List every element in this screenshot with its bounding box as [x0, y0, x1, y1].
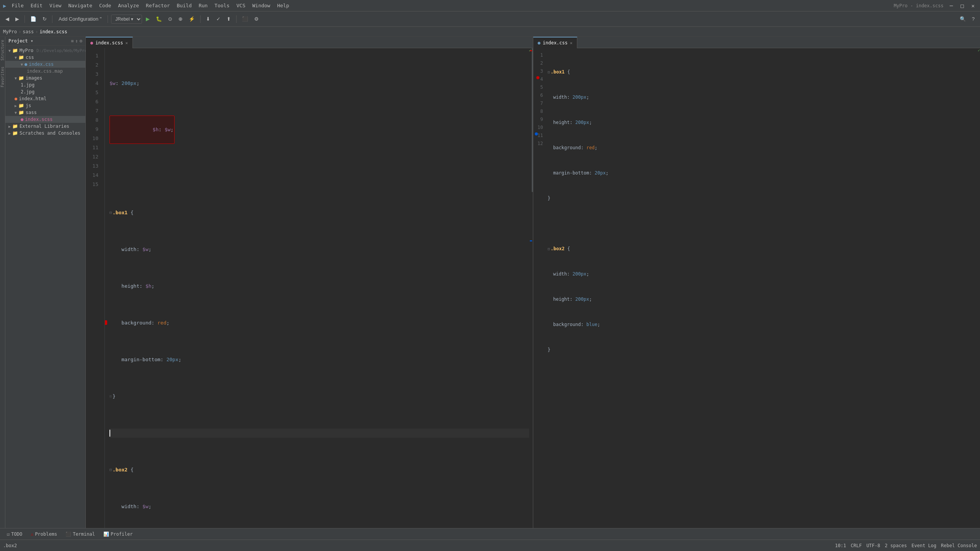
menu-vcs[interactable]: VCS: [234, 2, 248, 9]
vcs-push-btn[interactable]: ⬆: [224, 15, 233, 23]
close-btn[interactable]: ✕: [969, 1, 977, 10]
coverage-btn[interactable]: ⊙: [166, 15, 175, 23]
terminal-tab[interactable]: ⬛ Terminal: [62, 530, 99, 538]
css-tab-icon: ●: [538, 40, 541, 46]
tree-item-sass[interactable]: ▼ 📁 sass: [5, 109, 85, 116]
code-line-12: width: $w;: [109, 502, 529, 511]
tree-item-index-html[interactable]: ● index.html: [5, 95, 85, 102]
gutter-red-7: [105, 320, 107, 325]
tree-item-scratches[interactable]: ▶ 📁 Scratches and Consoles: [5, 130, 85, 137]
var-h: $h: [153, 127, 159, 132]
encoding-label[interactable]: UTF-8: [866, 543, 880, 548]
sidebar-icon-1[interactable]: ≡: [71, 38, 74, 44]
menu-build[interactable]: Build: [174, 2, 195, 9]
right-fold-1[interactable]: ⊟: [548, 68, 550, 76]
menu-edit[interactable]: Edit: [28, 2, 46, 9]
terminal-btn[interactable]: ⬛: [240, 15, 250, 23]
rebel-run-btn[interactable]: ⚡: [186, 15, 197, 23]
menu-view[interactable]: View: [46, 2, 64, 9]
run-btn[interactable]: ▶: [144, 15, 152, 23]
arrow-icon: ▼: [15, 55, 17, 60]
menu-run[interactable]: Run: [196, 2, 211, 9]
todo-label: TODO: [11, 531, 22, 537]
sync-btn[interactable]: ↻: [40, 15, 49, 23]
left-scrollbar[interactable]: ✓: [529, 48, 533, 528]
menu-file[interactable]: File: [8, 2, 26, 9]
vcs-commit-btn[interactable]: ✓: [214, 15, 223, 23]
settings-btn[interactable]: ⚙: [252, 15, 261, 23]
forward-btn[interactable]: ▶: [13, 15, 21, 23]
css-tab-close[interactable]: ✕: [570, 41, 573, 46]
problems-tab[interactable]: ⚠ Problems: [27, 530, 61, 538]
folder-icon: 📁: [12, 130, 18, 136]
crlf-label[interactable]: CRLF: [851, 543, 862, 548]
left-tabs-bar: ● index.scss ✕: [86, 37, 533, 48]
fold-icon-9[interactable]: ⊞: [109, 392, 112, 401]
structure-label[interactable]: Structure: [0, 37, 5, 64]
debug-btn[interactable]: 🐛: [154, 15, 164, 23]
sidebar-icon-2[interactable]: ↕: [75, 38, 78, 44]
tree-item-images[interactable]: ▼ 📁 images: [5, 75, 85, 82]
menu-analyze[interactable]: Analyze: [115, 2, 142, 9]
menu-navigate[interactable]: Navigate: [65, 2, 95, 9]
help-btn[interactable]: ?: [970, 15, 977, 23]
tree-item-index-css[interactable]: ▼ ● index.css: [5, 61, 85, 68]
recent-files-btn[interactable]: 📄: [28, 15, 39, 23]
profiler-tab[interactable]: 📊 Profiler: [100, 530, 137, 538]
fold-icon-11[interactable]: ⊟: [109, 465, 112, 474]
right-code-line-3: height: 200px;: [548, 118, 977, 127]
right-code-line-5: margin-bottom: 20px;: [548, 168, 977, 178]
fold-icon-4[interactable]: ⊟: [109, 208, 112, 217]
tree-item-index-scss[interactable]: ● index.scss: [5, 116, 85, 123]
left-code-content[interactable]: $w: 200px; $h: $w; ⊟ .box1 {: [105, 48, 529, 528]
back-btn[interactable]: ◀: [3, 15, 11, 23]
add-configuration-btn[interactable]: Add Configuration ": [56, 15, 105, 23]
tree-item-mypro[interactable]: ▼ 📁 MyPro D:/Develop/Web/MyPro: [5, 47, 85, 54]
code-line-3: [109, 171, 529, 181]
tree-item-2jpg[interactable]: 2.jpg: [5, 88, 85, 95]
arrow-icon: ▶: [8, 131, 11, 135]
tree-item-ext-libs[interactable]: ▶ 📁 External Libraries: [5, 123, 85, 130]
right-code-content[interactable]: ⊟ .box1 { width: 200px; height: 200px; b…: [545, 48, 977, 528]
code-line-9: ⊞ }: [109, 392, 529, 401]
position-label[interactable]: 10:1: [835, 543, 846, 548]
run-config-select[interactable]: JRebel ▾: [111, 15, 142, 24]
minimize-btn[interactable]: ─: [947, 1, 955, 10]
breadcrumb-project[interactable]: MyPro: [3, 29, 17, 34]
tree-item-css-map[interactable]: index.css.map: [5, 68, 85, 75]
rebel-console-label[interactable]: Rebel Console: [941, 543, 977, 548]
profile-btn[interactable]: ⊕: [176, 15, 185, 23]
menu-tools[interactable]: Tools: [211, 2, 232, 9]
tree-item-css-folder[interactable]: ▼ 📁 css: [5, 54, 85, 61]
breadcrumb-sass[interactable]: sass: [23, 29, 34, 34]
event-log-label[interactable]: Event Log: [911, 543, 936, 548]
todo-tab[interactable]: ☑ TODO: [3, 530, 26, 538]
indent-label[interactable]: 2 spaces: [885, 543, 907, 548]
breadcrumb-file[interactable]: index.scss: [40, 29, 67, 34]
menu-refactor[interactable]: Refactor: [143, 2, 173, 9]
tree-path-mypro: D:/Develop/Web/MyPro: [36, 48, 85, 53]
right-scrollbar[interactable]: ✓: [976, 48, 980, 528]
favorites-label[interactable]: Favorites: [0, 64, 5, 90]
sidebar-icon-3[interactable]: ⚙: [80, 38, 82, 44]
left-tab-scss[interactable]: ● index.scss ✕: [86, 37, 133, 48]
right-tab-css[interactable]: ● index.css ✕: [533, 37, 578, 48]
toolbar: ◀ ▶ 📄 ↻ Add Configuration " JRebel ▾ ▶ 🐛…: [0, 11, 980, 27]
scss-tab-close[interactable]: ✕: [125, 41, 128, 46]
right-fold-8[interactable]: ⊟: [548, 245, 550, 253]
vcs-update-btn[interactable]: ⬇: [204, 15, 212, 23]
tree-label-images: images: [26, 75, 42, 81]
ln-3: 3: [86, 70, 101, 79]
tree-item-js[interactable]: ▶ 📁 js: [5, 102, 85, 109]
arrow-icon: ▼: [15, 111, 17, 115]
search-everywhere-btn[interactable]: 🔍: [957, 15, 968, 23]
folder-icon: 📁: [18, 103, 24, 108]
menu-help[interactable]: Help: [274, 2, 292, 9]
menu-window[interactable]: Window: [249, 2, 273, 9]
var-w: $w: [109, 79, 116, 88]
project-dropdown[interactable]: Project ▾: [8, 38, 33, 44]
menu-code[interactable]: Code: [96, 2, 114, 9]
ln-15: 15: [86, 180, 101, 189]
maximize-btn[interactable]: □: [958, 1, 966, 10]
tree-item-1jpg[interactable]: 1.jpg: [5, 82, 85, 88]
